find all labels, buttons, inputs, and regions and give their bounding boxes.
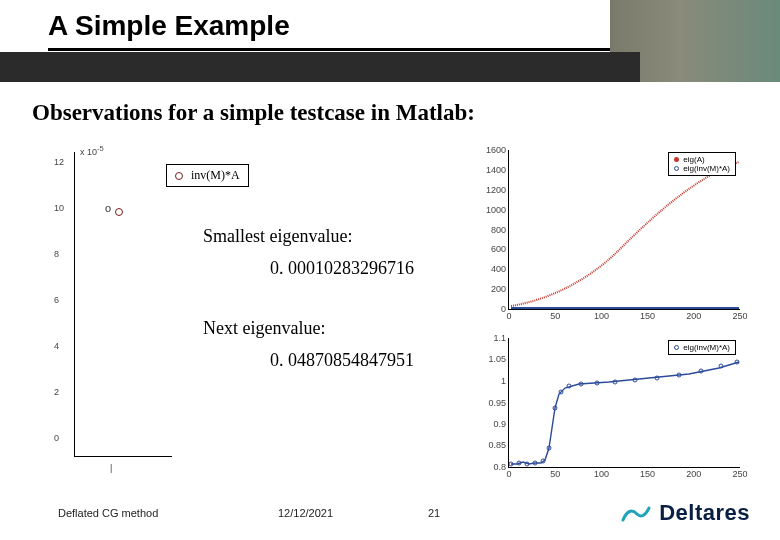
top-right-legend: eig(A) eig(inv(M)*A)	[668, 152, 736, 176]
y-tick: 1	[501, 376, 506, 386]
axes-box: o	[74, 152, 172, 457]
y-tick: 0.85	[488, 440, 506, 450]
y-tick: 800	[491, 225, 506, 235]
left-legend: inv(M)*A	[166, 164, 249, 187]
footer-date: 12/12/2021	[278, 507, 428, 519]
bottom-right-legend: eig(inv(M)*A)	[668, 340, 736, 355]
section-heading: Observations for a simple testcase in Ma…	[32, 100, 475, 126]
legend-text: inv(M)*A	[191, 168, 240, 183]
y-tick: 0	[54, 433, 59, 443]
brand-logo: Deltares	[621, 500, 750, 526]
title-darkband	[0, 52, 640, 82]
y-tick: 1200	[486, 185, 506, 195]
legend-marker-icon	[674, 345, 679, 350]
legend-marker-icon	[175, 172, 183, 180]
legend-marker-icon	[674, 157, 679, 162]
smallest-eig-label: Smallest eigenvalue:	[203, 226, 352, 247]
footer-page: 21	[428, 507, 468, 519]
top-right-chart: 1600 1400 1200 1000 800 600 400 200 0 0 …	[508, 150, 740, 310]
x-tick: 200	[686, 469, 701, 479]
data-marker-label: o	[105, 202, 111, 214]
data-marker-icon	[115, 208, 123, 216]
x-tick: 0	[506, 311, 511, 321]
y-tick: 1.1	[493, 333, 506, 343]
x-tick: 150	[640, 311, 655, 321]
slide-title: A Simple Example	[48, 10, 290, 42]
x-tick: 50	[550, 311, 560, 321]
next-eig-value: 0. 04870854847951	[270, 350, 414, 371]
y-tick: 10	[54, 203, 64, 213]
y-tick: 0	[501, 304, 506, 314]
x-tick: 50	[550, 469, 560, 479]
y-tick: 1600	[486, 145, 506, 155]
footer-method: Deflated CG method	[58, 507, 278, 519]
x-tick: 100	[594, 469, 609, 479]
y-tick: 12	[54, 157, 64, 167]
y-tick: 4	[54, 341, 59, 351]
y-tick: 200	[491, 284, 506, 294]
left-eigenvalue-chart: x 10-5 12 10 8 6 4 2 0 o |	[40, 150, 170, 475]
y-tick: 8	[54, 249, 59, 259]
legend-marker-icon	[674, 166, 679, 171]
brand-text: Deltares	[659, 500, 750, 526]
y-tick: 400	[491, 264, 506, 274]
x-tick: 0	[506, 469, 511, 479]
footer: Deflated CG method 12/12/2021 21 Deltare…	[58, 500, 750, 526]
x-tick: 250	[732, 469, 747, 479]
y-tick: 600	[491, 244, 506, 254]
bottom-right-plot-svg	[509, 338, 741, 468]
y-tick: 1.05	[488, 354, 506, 364]
x-tick: |	[110, 463, 112, 473]
smallest-eig-value: 0. 00010283296716	[270, 258, 414, 279]
y-tick: 0.8	[493, 462, 506, 472]
x-tick: 250	[732, 311, 747, 321]
wave-icon	[621, 500, 651, 526]
title-underline	[48, 48, 610, 51]
x-tick: 150	[640, 469, 655, 479]
title-bar: A Simple Example	[0, 0, 780, 82]
x-tick: 200	[686, 311, 701, 321]
y-tick: 0.95	[488, 398, 506, 408]
y-tick: 2	[54, 387, 59, 397]
y-tick: 0.9	[493, 419, 506, 429]
y-tick: 1000	[486, 205, 506, 215]
y-tick: 1400	[486, 165, 506, 175]
y-tick: 6	[54, 295, 59, 305]
next-eig-label: Next eigenvalue:	[203, 318, 325, 339]
bottom-right-chart: 1.1 1.05 1 0.95 0.9 0.85 0.8 0 50 100 15…	[508, 338, 740, 468]
x-tick: 100	[594, 311, 609, 321]
